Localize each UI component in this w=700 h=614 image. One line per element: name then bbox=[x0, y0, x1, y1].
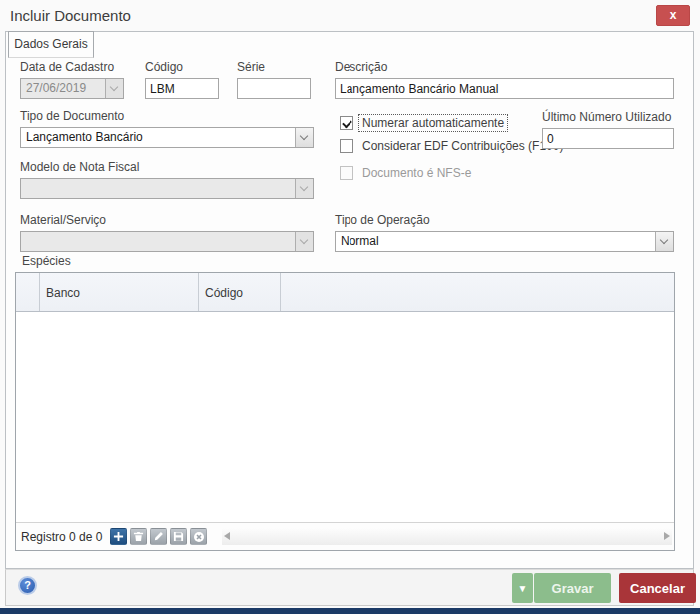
considerar-edf-label: Considerar EDF Contribuições (F100) bbox=[359, 138, 566, 154]
grid-body-empty[interactable] bbox=[16, 312, 674, 522]
dialog-title: Incluir Documento bbox=[10, 7, 131, 24]
scroll-left-icon[interactable] bbox=[224, 532, 230, 540]
gravar-dropdown-button[interactable]: ▼ bbox=[512, 573, 533, 603]
especies-section-label: Espécies bbox=[22, 254, 71, 269]
tipo-documento-value: Lançamento Bancário bbox=[26, 130, 143, 144]
cancelar-button[interactable]: Cancelar bbox=[619, 573, 696, 603]
field-data-cadastro: Data de Cadastro 27/06/2019 bbox=[20, 60, 124, 99]
tipo-operacao-label: Tipo de Operação bbox=[335, 213, 674, 228]
tipo-operacao-select[interactable]: Normal bbox=[335, 231, 674, 252]
numerar-automaticamente-label: Numerar automaticamente bbox=[359, 115, 507, 131]
delete-record-button[interactable] bbox=[130, 528, 147, 545]
checkbox-checked-icon[interactable] bbox=[340, 116, 353, 130]
field-material-servico: Material/Serviço bbox=[20, 213, 314, 252]
serie-label: Série bbox=[237, 60, 311, 75]
grid-column-filler bbox=[281, 273, 674, 311]
help-icon: ? bbox=[24, 579, 31, 591]
save-record-button[interactable] bbox=[170, 528, 187, 545]
material-servico-label: Material/Serviço bbox=[20, 213, 314, 228]
tipo-operacao-dropdown-button[interactable] bbox=[655, 232, 673, 251]
material-servico-dropdown-button bbox=[295, 232, 313, 251]
floppy-disk-icon bbox=[173, 531, 184, 542]
serie-input[interactable] bbox=[237, 78, 311, 99]
grid-column-codigo[interactable]: Código bbox=[199, 273, 281, 311]
grid-row-selector-header bbox=[16, 273, 40, 311]
field-serie: Série bbox=[237, 60, 311, 99]
ultimo-numero-input[interactable] bbox=[542, 128, 674, 149]
tipo-documento-label: Tipo de Documento bbox=[20, 109, 314, 124]
field-codigo: Código bbox=[145, 60, 219, 99]
modelo-nota-fiscal-dropdown-button bbox=[295, 179, 313, 198]
dialog-footer: ? ▼ Gravar Cancelar bbox=[5, 569, 694, 606]
gravar-button[interactable]: Gravar bbox=[534, 573, 611, 603]
especies-grid: Banco Código Registro 0 de 0 bbox=[15, 272, 675, 551]
field-modelo-nota-fiscal: Modelo de Nota Fiscal bbox=[20, 160, 314, 199]
modelo-nota-fiscal-label: Modelo de Nota Fiscal bbox=[20, 160, 314, 175]
data-cadastro-label: Data de Cadastro bbox=[20, 60, 124, 75]
grid-horizontal-scrollbar[interactable] bbox=[222, 528, 672, 545]
grid-column-banco[interactable]: Banco bbox=[40, 273, 199, 311]
trash-icon bbox=[133, 531, 144, 542]
data-cadastro-dropdown-button[interactable] bbox=[105, 79, 123, 98]
data-cadastro-value: 27/06/2019 bbox=[26, 81, 86, 95]
data-cadastro-picker[interactable]: 27/06/2019 bbox=[20, 78, 124, 99]
codigo-label: Código bbox=[145, 60, 219, 75]
chevron-down-icon bbox=[660, 236, 668, 244]
cancel-edit-button[interactable] bbox=[190, 528, 207, 545]
codigo-input[interactable] bbox=[145, 78, 219, 99]
caret-down-icon: ▼ bbox=[518, 583, 528, 594]
descricao-input[interactable] bbox=[335, 78, 674, 99]
documento-nfse-label: Documento é NFS-e bbox=[359, 165, 474, 181]
chevron-down-icon bbox=[110, 83, 118, 91]
edit-record-button[interactable] bbox=[150, 528, 167, 545]
grid-header-row: Banco Código bbox=[16, 273, 674, 312]
field-tipo-documento: Tipo de Documento Lançamento Bancário bbox=[20, 109, 314, 148]
chevron-down-icon bbox=[300, 183, 308, 191]
record-count-status: Registro 0 de 0 bbox=[21, 530, 102, 544]
material-servico-select bbox=[20, 231, 314, 252]
incluir-documento-dialog: Incluir Documento x Dados Gerais Data de… bbox=[0, 0, 700, 614]
modelo-nota-fiscal-select bbox=[20, 178, 314, 199]
close-icon: x bbox=[670, 8, 677, 22]
chevron-down-icon bbox=[300, 236, 308, 244]
help-button[interactable]: ? bbox=[18, 576, 37, 595]
checkbox-documento-nfse: Documento é NFS-e bbox=[340, 165, 474, 181]
checkbox-unchecked-icon[interactable] bbox=[340, 139, 353, 153]
tipo-operacao-value: Normal bbox=[341, 234, 379, 248]
checkbox-numerar-automaticamente[interactable]: Numerar automaticamente bbox=[340, 115, 507, 131]
checkbox-considerar-edf[interactable]: Considerar EDF Contribuições (F100) bbox=[340, 138, 566, 154]
close-button[interactable]: x bbox=[656, 5, 690, 26]
pencil-icon bbox=[153, 531, 164, 542]
tipo-documento-select[interactable]: Lançamento Bancário bbox=[20, 127, 314, 148]
field-descricao: Descrição bbox=[335, 60, 674, 99]
chevron-down-icon bbox=[300, 132, 308, 140]
circle-x-icon bbox=[193, 531, 205, 543]
scroll-right-icon[interactable] bbox=[664, 532, 670, 540]
descricao-label: Descrição bbox=[335, 60, 674, 75]
tipo-documento-dropdown-button[interactable] bbox=[295, 128, 313, 147]
field-ultimo-numero: Último Número Utilizado bbox=[542, 110, 674, 149]
field-tipo-operacao: Tipo de Operação Normal bbox=[335, 213, 674, 252]
add-record-button[interactable] bbox=[110, 528, 127, 545]
ultimo-numero-label: Último Número Utilizado bbox=[542, 110, 674, 125]
record-navigator: Registro 0 de 0 bbox=[16, 522, 674, 550]
checkbox-disabled-icon bbox=[340, 166, 353, 180]
bottom-accent-bar bbox=[0, 608, 700, 614]
plus-icon bbox=[113, 531, 124, 542]
tab-dados-gerais[interactable]: Dados Gerais bbox=[8, 31, 94, 58]
